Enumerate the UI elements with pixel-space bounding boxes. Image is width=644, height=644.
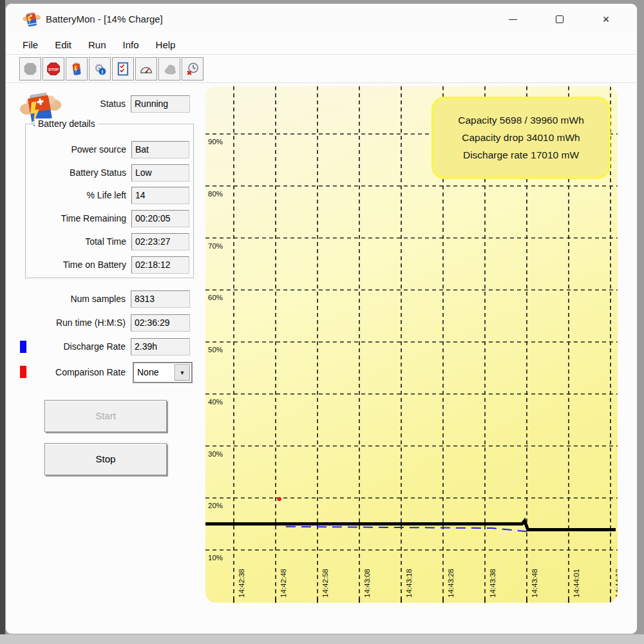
num-samples-label: Num samples (19, 290, 126, 308)
battery-status-label: Battery Status (30, 164, 126, 182)
detail-row: Total Time 02:23:27 (26, 233, 193, 251)
svg-text:14:42:58: 14:42:58 (321, 569, 329, 598)
time-remaining-field[interactable]: 00:20:05 (131, 210, 189, 227)
window-title: BatteryMon - [14% Charge] (46, 4, 163, 35)
total-time-field[interactable]: 02:23:27 (131, 233, 189, 251)
capacity-drop-line: Capacity drop 34010 mWh (434, 132, 608, 144)
life-left-field[interactable]: 14 (131, 187, 189, 204)
detail-row: Time on Battery 02:18:12 (26, 256, 193, 274)
svg-text:70%: 70% (208, 242, 223, 250)
battery-icon (70, 62, 84, 76)
status-label: Status (19, 95, 126, 113)
start-button[interactable]: Start (44, 400, 167, 432)
close-button[interactable]: × (589, 4, 623, 35)
capacity-info-box: Capacity 5698 / 39960 mWh Capacity drop … (431, 97, 611, 179)
svg-text:30%: 30% (208, 450, 223, 458)
svg-text:14:43:48: 14:43:48 (531, 569, 538, 598)
svg-text:14:44:12: 14:44:12 (614, 569, 618, 598)
gauge-icon (139, 62, 153, 76)
capacity-line: Capacity 5698 / 39960 mWh (434, 115, 608, 126)
report-button[interactable] (112, 57, 134, 80)
svg-text:STOP: STOP (48, 68, 59, 71)
power-source-label: Power source (30, 141, 126, 158)
life-left-label: % Life left (30, 187, 126, 204)
svg-text:50%: 50% (208, 346, 223, 354)
menu-info[interactable]: Info (123, 39, 139, 50)
backdrop-left (0, 0, 5, 644)
comparison-rate-label: Comparison Rate (19, 364, 126, 381)
menu-bar: File Edit Run Info Help (6, 35, 637, 55)
svg-text:60%: 60% (208, 294, 223, 301)
svg-text:14:44:01: 14:44:01 (573, 569, 580, 598)
svg-text:14:42:48: 14:42:48 (279, 569, 287, 598)
chevron-down-icon[interactable]: ▼ (175, 365, 190, 381)
svg-text:14:43:18: 14:43:18 (405, 569, 413, 598)
maximize-icon (556, 15, 564, 23)
silhouette-icon (162, 62, 176, 76)
power-source-field[interactable]: Bat (131, 141, 189, 158)
svg-text:14:43:08: 14:43:08 (363, 569, 371, 598)
app-window: BatteryMon - [14% Charge] × File Edit Ru… (5, 3, 638, 634)
num-samples-field[interactable]: 8313 (131, 290, 190, 308)
discharge-rate-field[interactable]: 2.39h (131, 338, 190, 355)
toolbar: STOP ⚙ ! (6, 55, 637, 83)
detail-row: Time Remaining 00:20:05 (26, 210, 193, 227)
detail-row: Power source Bat (26, 141, 193, 158)
svg-text:80%: 80% (208, 190, 223, 198)
svg-text:40%: 40% (208, 398, 223, 406)
clock-x-icon (185, 62, 200, 76)
total-time-label: Total Time (30, 233, 126, 251)
menu-edit[interactable]: Edit (55, 39, 71, 50)
record-icon (23, 62, 37, 76)
menu-run[interactable]: Run (88, 39, 106, 50)
backdrop-bottom (0, 634, 644, 644)
menu-help[interactable]: Help (156, 39, 176, 50)
detail-row: % Life left 14 (26, 187, 193, 204)
battery-details-group: Battery details Power source Bat Battery… (25, 124, 194, 278)
svg-text:10%: 10% (208, 554, 223, 562)
checklist-icon (116, 62, 130, 76)
svg-text:14:43:38: 14:43:38 (489, 569, 497, 598)
maximize-button[interactable] (542, 4, 577, 35)
time-on-battery-field[interactable]: 02:18:12 (131, 256, 189, 274)
minimize-button[interactable] (495, 4, 530, 35)
time-remaining-label: Time Remaining (30, 210, 126, 227)
run-time-label: Run time (H:M:S) (19, 314, 126, 332)
svg-text:14:43:28: 14:43:28 (447, 569, 455, 598)
stop-button-toolbar[interactable]: STOP (43, 57, 64, 80)
stop-button[interactable]: Stop (44, 443, 167, 475)
discharge-rate-label: Discharge Rate (19, 338, 126, 355)
comparison-rate-select[interactable]: None ▼ (133, 362, 193, 383)
stop-icon: STOP (46, 62, 61, 76)
battery-status-field[interactable]: Low (131, 164, 189, 182)
settings-gear-icon: ⚙ ! (93, 62, 107, 76)
gauge-button[interactable] (135, 57, 157, 80)
battery-info-button[interactable] (66, 57, 88, 80)
svg-text:90%: 90% (208, 138, 223, 146)
detail-row: Battery Status Low (26, 164, 193, 182)
schedule-button[interactable] (182, 57, 204, 80)
batterymon-app-icon (23, 10, 41, 28)
svg-text:20%: 20% (208, 502, 223, 509)
minimize-icon (509, 19, 517, 20)
status-field[interactable]: Running (131, 95, 190, 113)
run-time-field[interactable]: 02:36:29 (131, 314, 190, 332)
title-bar: BatteryMon - [14% Charge] × (6, 4, 637, 35)
discharge-rate-line: Discharge rate 17010 mW (434, 149, 608, 161)
svg-text:!: ! (101, 69, 103, 75)
battery-chart: 90%80%70%60%50%40%30%20%10%14:42:3814:42… (205, 86, 618, 603)
svg-text:14:42:38: 14:42:38 (238, 569, 245, 598)
comparison-rate-value: None (134, 363, 173, 382)
silhouette-button[interactable] (158, 57, 180, 80)
record-button[interactable] (19, 57, 41, 80)
menu-file[interactable]: File (23, 39, 38, 50)
battery-details-title: Battery details (35, 118, 99, 129)
left-panel: Status Running Battery details Power sou… (6, 83, 204, 634)
settings-button[interactable]: ⚙ ! (89, 57, 111, 80)
time-on-battery-label: Time on Battery (30, 256, 126, 274)
close-icon: × (603, 14, 610, 25)
